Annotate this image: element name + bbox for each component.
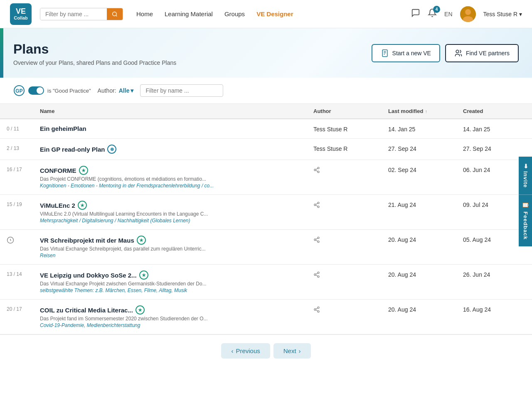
svg-point-17 [318, 202, 319, 204]
user-avatar[interactable] [460, 6, 476, 22]
col-created: Created [463, 108, 525, 114]
svg-line-27 [316, 238, 318, 239]
svg-point-28 [318, 272, 319, 273]
good-practice-label: is "Good Practice" [47, 88, 91, 94]
side-panel: ⬆ Invite 📋 Feedback [519, 157, 532, 246]
next-button[interactable]: Next › [273, 343, 311, 359]
svg-point-24 [314, 239, 316, 241]
previous-button[interactable]: ‹ Previous [221, 343, 270, 359]
notification-icon[interactable]: 4 [428, 8, 437, 20]
share-icon[interactable] [313, 305, 388, 313]
table-row: 2 / 13 Ein GP read-only Plan ⊛ Tess Stus… [0, 139, 532, 160]
share-icon[interactable] [313, 166, 388, 173]
plan-title[interactable]: CONFORME ★ [40, 166, 313, 175]
svg-point-18 [314, 204, 316, 206]
table-row: 20 / 17 COIL zu Critical Media Literac..… [0, 300, 532, 334]
svg-point-9 [456, 50, 459, 53]
row-created: 26. Jun 24 [463, 270, 525, 278]
row-counter: 2 / 13 [7, 145, 40, 151]
share-icon[interactable] [313, 270, 388, 278]
good-practice-toggle[interactable] [28, 86, 44, 95]
svg-line-32 [316, 273, 318, 274]
svg-point-13 [314, 169, 316, 171]
gp-badge: ★ [135, 305, 145, 315]
row-created: 06. Jun 24 [463, 166, 525, 173]
plan-tags: Mehrsprachigkeit / Digitalisierung / Nac… [40, 218, 223, 224]
row-name: ViMuLEnc 2 ★ ViMuLEnc 2.0 (Virtual Multi… [40, 201, 313, 224]
name-filter-input[interactable] [140, 84, 223, 97]
row-counter: 13 / 14 [7, 270, 40, 277]
pagination: ‹ Previous Next › [0, 334, 532, 367]
col-author: Author [313, 108, 388, 114]
svg-line-1 [116, 15, 117, 16]
plan-desc: Das Virtual Exchange Projekt zwischen Ge… [40, 281, 223, 287]
svg-point-23 [318, 237, 319, 238]
svg-line-31 [316, 275, 318, 276]
svg-line-37 [316, 308, 318, 309]
search-input[interactable] [40, 8, 107, 20]
plan-desc: ViMuLEnc 2.0 (Virtual Multilingual Learn… [40, 211, 223, 217]
row-name: COIL zu Critical Media Literac... ★ Das … [40, 305, 313, 328]
svg-point-12 [318, 167, 319, 169]
find-partners-label: Find VE partners [466, 50, 510, 57]
sort-icon: ↑ [425, 109, 428, 114]
feedback-button[interactable]: 📋 Feedback [519, 195, 532, 246]
share-icon[interactable] [313, 201, 388, 208]
row-name: VR Schreibprojekt mit der Maus ★ Das Vir… [40, 236, 313, 258]
nav-designer[interactable]: VE Designer [256, 10, 293, 17]
plan-title[interactable]: COIL zu Critical Media Literac... ★ [40, 305, 313, 315]
svg-rect-5 [382, 49, 387, 57]
row-created: 05. Aug 24 [463, 236, 525, 243]
search-button[interactable] [107, 8, 123, 20]
col-counter [7, 108, 40, 114]
gp-badge: ★ [139, 270, 148, 280]
start-new-ve-label: Start a new VE [392, 50, 431, 57]
invite-icon: ⬆ [523, 163, 528, 170]
good-practice-icon: GP [13, 85, 25, 96]
nav-home[interactable]: Home [136, 10, 153, 17]
row-counter: 16 / 17 [7, 166, 40, 172]
ve-label: VE [256, 10, 265, 17]
row-last-modified: 27. Sep 24 [388, 145, 463, 152]
user-name[interactable]: Tess Stuse R ▾ [483, 11, 522, 17]
row-last-modified: 20. Aug 24 [388, 305, 463, 313]
plan-title[interactable]: Ein GP read-only Plan ⊛ [40, 145, 313, 154]
search-wrap [40, 8, 123, 20]
plan-title[interactable]: VR Schreibprojekt mit der Maus ★ [40, 236, 313, 245]
svg-point-19 [318, 206, 319, 208]
row-counter: 20 / 17 [7, 305, 40, 312]
svg-point-14 [318, 171, 319, 173]
svg-line-36 [316, 310, 318, 311]
table-row: 0 / 11 Ein geheimPlan Tess Stuse R 14. J… [0, 119, 532, 139]
start-new-ve-button[interactable]: Start a new VE [372, 44, 440, 62]
svg-line-15 [316, 170, 318, 172]
row-created: 14. Jan 25 [463, 125, 525, 133]
plan-tags: Kognitionen - Emotionen - Mentoring in d… [40, 183, 223, 189]
chat-icon[interactable] [411, 8, 420, 20]
gp-badge: ★ [79, 166, 88, 175]
row-last-modified: 02. Sep 24 [388, 166, 463, 173]
logo[interactable]: VE Collab [10, 3, 32, 25]
plan-title[interactable]: ViMuLEnc 2 ★ [40, 201, 313, 210]
find-ve-partners-button[interactable]: Find VE partners [445, 44, 519, 62]
feedback-icon: 📋 [522, 202, 529, 209]
header-actions: Start a new VE Find VE partners [372, 44, 519, 62]
nav-groups[interactable]: Groups [224, 10, 245, 17]
row-last-modified: 20. Aug 24 [388, 236, 463, 243]
nav-links: Home Learning Material Groups VE Designe… [136, 10, 411, 17]
table-header: Name Author Last modified ↑ Created [0, 104, 532, 119]
plan-desc: Das Projekt fand im Sommersemester 2020 … [40, 316, 223, 322]
share-icon[interactable] [313, 236, 388, 243]
plan-title[interactable]: VE Leipzig und Dokkyo SoSe 2... ★ [40, 270, 313, 280]
col-last-modified[interactable]: Last modified ↑ [388, 108, 463, 114]
plan-title[interactable]: Ein geheimPlan [40, 125, 313, 132]
author-filter-value[interactable]: Alle ▾ [119, 87, 134, 94]
author-dropdown-icon: ▾ [131, 87, 133, 94]
navbar: VE Collab Home Learning Material Groups … [0, 0, 532, 28]
logo-collab: Collab [14, 15, 28, 20]
language-selector[interactable]: EN [444, 11, 452, 17]
svg-point-30 [318, 276, 319, 278]
invite-button[interactable]: ⬆ Invite [519, 157, 532, 195]
row-counter [7, 236, 40, 245]
nav-learning[interactable]: Learning Material [165, 10, 213, 17]
